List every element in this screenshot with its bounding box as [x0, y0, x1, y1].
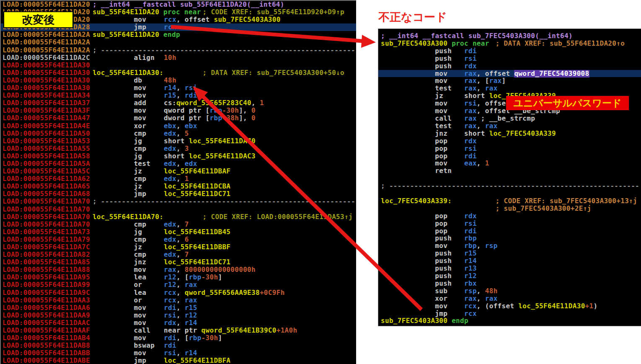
asm-row[interactable]: testrax, rax — [378, 85, 641, 92]
asm-row[interactable]: pushrbx — [378, 280, 641, 287]
asm-row[interactable]: LOAD:000055F64E11DA68jmploc_55F64E11DC71 — [1, 190, 356, 198]
asm-row[interactable]: poprsi — [378, 145, 641, 152]
asm-row[interactable]: LOAD:000055F64E11DA30 — [1, 62, 356, 69]
asm-token: mov — [134, 266, 146, 274]
asm-token: rsi — [464, 100, 477, 107]
asm-row[interactable]: loc_7FEC5403A339:; CODE XREF: sub_7FEC54… — [378, 197, 641, 205]
asm-row[interactable]: LOAD:000055F64E11DA7Cjzloc_55F64E11DBBF — [1, 243, 356, 251]
asm-row[interactable]: LOAD:000055F64E11DA9Clearcx, qword_55F65… — [1, 289, 356, 297]
asm-token: 10h — [164, 54, 176, 62]
asm-token: jg — [134, 152, 142, 160]
asm-row[interactable]: LOAD:000055F64E11DAACmovrdx, r14 — [1, 319, 356, 327]
asm-row[interactable]: LOAD:000055F64E11DA5Cjzloc_55F64E11DBAF — [1, 168, 356, 175]
asm-row[interactable]: LOAD:000055F64E11DABBmovrsi, r14 — [1, 349, 356, 357]
asm-row[interactable]: LOAD:000055F64E11DA30movr14, rsi — [1, 84, 356, 92]
asm-token: mov — [134, 107, 146, 114]
disassembly-panel-patched[interactable]: LOAD:000055F64E11DA20; __int64 __fastcal… — [0, 0, 356, 364]
asm-row[interactable] — [378, 175, 641, 182]
asm-token: rdi — [464, 47, 477, 55]
asm-row[interactable]: LOAD:000055F64E11DAB4movrdi, [rbp-30h] — [1, 334, 356, 342]
asm-row[interactable]: LOAD:000055F64E11DAB8bswaprdi — [1, 342, 356, 349]
asm-row[interactable]: LOAD:000055F64E11DA65jzloc_55F64E11DCBA — [1, 183, 356, 190]
asm-row[interactable]: LOAD:000055F64E11DA62cmpedx, 1 — [1, 175, 356, 183]
asm-token: LOAD:000055F64E11DAB4 — [3, 334, 90, 342]
asm-row[interactable]: pushr12 — [378, 272, 641, 280]
asm-row[interactable]: LOAD:000055F64E11DA85jnzloc_55F64E11DC71 — [1, 258, 356, 266]
asm-token: near ptr — [164, 327, 202, 334]
asm-token: mov — [134, 114, 146, 122]
asm-token: LOAD:000055F64E11DA70 — [3, 221, 90, 228]
asm-row[interactable]: movrax, [rax] — [378, 77, 641, 85]
asm-row[interactable]: LOAD:000055F64E11DA58jgshort loc_55F64E1… — [1, 152, 356, 160]
asm-row[interactable]: LOAD:000055F64E11DA70; -----------------… — [1, 198, 356, 205]
asm-row[interactable]: LOAD:000055F64E11DA34movr15, rdi — [1, 92, 356, 99]
asm-row[interactable]: jnzshort loc_7FEC5403A339 — [378, 130, 641, 137]
asm-row[interactable] — [378, 190, 641, 197]
asm-row[interactable]: retn — [378, 167, 641, 175]
asm-row[interactable]: sub_7FEC5403A300proc near; DATA XREF: su… — [378, 40, 641, 47]
asm-token: mov — [435, 160, 447, 167]
asm-row[interactable]: poprdi — [378, 152, 641, 160]
asm-row[interactable]: LOAD:000055F64E11DA73jgloc_55F64E11DB45 — [1, 228, 356, 236]
asm-row[interactable]: pushrsi — [378, 55, 641, 62]
asm-token: rax — [464, 77, 477, 85]
asm-row[interactable]: LOAD:000055F64E11DAA9movrsi, r12 — [1, 312, 356, 319]
asm-row[interactable]: jmprcx — [378, 310, 641, 318]
asm-row[interactable]: moveax, 1 — [378, 160, 641, 167]
asm-row[interactable]: LOAD:000055F64E11DA88movrax, 80000000000… — [1, 266, 356, 274]
asm-row[interactable]: pushrdi — [378, 47, 641, 55]
asm-row[interactable]: LOAD:000055F64E11DA20; __int64 __fastcal… — [1, 1, 356, 8]
asm-row[interactable]: callrax ; __be_strcmp — [378, 115, 641, 122]
asm-row[interactable]: LOAD:000055F64E11DA55cmpedx, 3 — [1, 145, 356, 152]
asm-row[interactable]: LOAD:000055F64E11DA2Asub_55F64E11DA20end… — [1, 31, 356, 39]
asm-token: sub_55F64E11DA20 — [93, 31, 159, 39]
asm-token: rax — [485, 122, 498, 130]
asm-row[interactable]: pushr13 — [378, 265, 641, 272]
asm-row[interactable]: LOAD:000055F64E11DA47movdword ptr [rbp-3… — [1, 114, 356, 122]
asm-row[interactable]: ; __int64 __fastcall sub_7FEC5403A300(__… — [378, 32, 641, 40]
asm-row[interactable]: subrsp, 48h — [378, 287, 641, 295]
disassembly-panel-malicious[interactable]: ; __int64 __fastcall sub_7FEC5403A300(__… — [378, 28, 641, 326]
asm-row[interactable]: LOAD:000055F64E11DA5Atestedx, edx — [1, 160, 356, 168]
asm-row[interactable]: pushrdx — [378, 62, 641, 70]
asm-row[interactable]: movrax, offset qword_7FEC54039008 — [378, 70, 641, 77]
asm-row[interactable]: LOAD:000055F64E11DA79cmpedx, 6 — [1, 236, 356, 243]
asm-row[interactable]: LOAD:000055F64E11DA37addcs:qword_55F65F2… — [1, 99, 356, 107]
asm-row[interactable]: poprdi — [378, 227, 641, 235]
asm-row[interactable]: sub_7FEC5403A300endp — [378, 317, 641, 325]
asm-row[interactable]: testrax, rax — [378, 122, 641, 130]
asm-row[interactable]: LOAD:000055F64E11DA99orr12, rax — [1, 281, 356, 289]
asm-row[interactable]: poprdx — [378, 137, 641, 145]
asm-row[interactable]: ; sub_7FEC5403A300+2E↑j — [378, 205, 641, 212]
asm-row[interactable]: LOAD:000055F64E11DA70loc_55F64E11DA70:; … — [1, 213, 356, 221]
asm-row[interactable]: pushrbp — [378, 235, 641, 242]
asm-row[interactable]: LOAD:000055F64E11DA2A — [1, 39, 356, 46]
asm-row[interactable]: ; --------------------------------------… — [378, 182, 641, 190]
asm-row[interactable]: LOAD:000055F64E11DA4Exorebx, ebx — [1, 122, 356, 130]
asm-row[interactable]: LOAD:000055F64E11DAA3orrcx, rax — [1, 297, 356, 304]
asm-token: 5 — [185, 130, 189, 137]
asm-row[interactable]: LOAD:000055F64E11DA2Calign10h — [1, 54, 356, 62]
asm-row[interactable]: LOAD:000055F64E11DA70 — [1, 206, 356, 213]
asm-row[interactable]: poprsi — [378, 220, 641, 227]
asm-row[interactable]: LOAD:000055F64E11DA82cmpedx, 7 — [1, 251, 356, 258]
asm-row[interactable]: LOAD:000055F64E11DAA6movrdi, r15 — [1, 304, 356, 312]
asm-token: r15 — [164, 92, 176, 99]
asm-row[interactable]: LOAD:000055F64E11DABEjmploc_55F64E11DBFA — [1, 357, 356, 364]
asm-row[interactable]: LOAD:000055F64E11DA3Fmovqword ptr [rbp-3… — [1, 107, 356, 114]
asm-row[interactable]: pushr14 — [378, 257, 641, 265]
asm-row[interactable]: LOAD:000055F64E11DA50cmpedx, 5 — [1, 130, 356, 137]
asm-row[interactable]: LOAD:000055F64E11DA30loc_55F64E11DA30:; … — [1, 69, 356, 77]
asm-row[interactable]: LOAD:000055F64E11DA2A; -----------------… — [1, 46, 356, 54]
asm-row[interactable]: poprdx — [378, 212, 641, 220]
asm-row[interactable]: LOAD:000055F64E11DA30db48h — [1, 77, 356, 84]
asm-row[interactable]: xorrax, rax — [378, 295, 641, 302]
asm-token: rsi — [164, 349, 176, 357]
asm-row[interactable]: pushr15 — [378, 250, 641, 257]
asm-row[interactable]: LOAD:000055F64E11DA70cmpedx, 7 — [1, 221, 356, 228]
asm-row[interactable]: LOAD:000055F64E11DA53jgshort loc_55F64E1… — [1, 137, 356, 145]
asm-row[interactable]: LOAD:000055F64E11DA95lear12, [rbp-30h] — [1, 274, 356, 281]
asm-row[interactable]: movrbp, rsp — [378, 242, 641, 250]
asm-row[interactable]: LOAD:000055F64E11DAAFcallnear ptr qword_… — [1, 327, 356, 334]
asm-row[interactable]: movrcx, (offset loc_55F64E11DA30+1) — [378, 302, 641, 310]
